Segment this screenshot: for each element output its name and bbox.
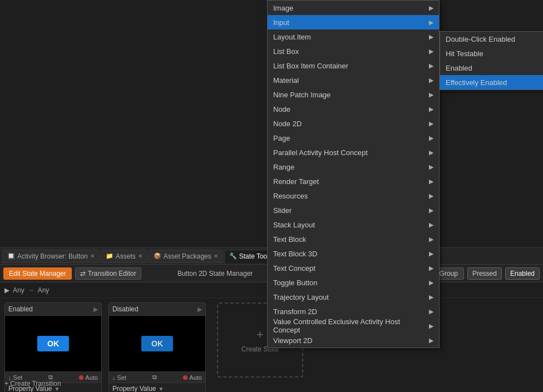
- dropdown-item-viewport-2d[interactable]: Viewport 2D ▶: [268, 333, 439, 348]
- dropdown-label-material: Material: [273, 76, 299, 85]
- submenu-arrow-toggle-button: ▶: [429, 279, 433, 286]
- submenu-arrow-slider: ▶: [429, 207, 433, 214]
- play-icon[interactable]: ▶: [4, 286, 9, 294]
- dropdown-item-trajectory-layout[interactable]: Trajectory Layout ▶: [268, 290, 439, 304]
- state-card-enabled: Enabled ▶ OK ↓ Set ⧉ Auto Property Value…: [4, 302, 102, 392]
- dropdown-item-render-target[interactable]: Render Target ▶: [268, 174, 439, 188]
- set-button-disabled[interactable]: ↓ Set: [112, 374, 126, 381]
- submenu-arrow-parallel: ▶: [429, 149, 433, 156]
- dropdown-label-parallel: Parallel Activity Host Concept: [273, 148, 368, 157]
- pressed-badge: Pressed: [467, 267, 502, 280]
- dropdown-item-layout-item[interactable]: Layout.Item ▶: [268, 29, 439, 44]
- dropdown-item-page[interactable]: Page ▶: [268, 131, 439, 145]
- transition-any-to: Any: [38, 286, 50, 294]
- submenu-arrow-node-2d: ▶: [429, 120, 433, 127]
- tab-icon-activity: 🔲: [7, 252, 15, 260]
- state-manager-title: Button 2D State Manager: [145, 270, 286, 277]
- dropdown-item-text-concept[interactable]: Text Concept ▶: [268, 261, 439, 275]
- auto-indicator-disabled: Auto: [183, 374, 202, 381]
- dropdown-item-resources[interactable]: Resources ▶: [268, 188, 439, 203]
- state-card-enabled-title: Enabled: [8, 305, 33, 313]
- dropdown-label-node-2d: Node 2D: [273, 120, 302, 128]
- state-card-disabled-play[interactable]: ▶: [198, 306, 202, 313]
- dropdown-label-image: Image: [273, 4, 293, 12]
- create-state-plus-icon: +: [256, 328, 264, 342]
- dropdown-item-slider[interactable]: Slider ▶: [268, 203, 439, 217]
- dropdown-label-stack-layout: Stack Layout: [273, 221, 315, 229]
- auto-dot-enabled: [79, 375, 83, 380]
- submenu-arrow-text-block: ▶: [429, 236, 433, 243]
- submenu-arrow-viewport-2d: ▶: [429, 337, 433, 344]
- submenu-arrow-material: ▶: [429, 77, 433, 84]
- tab-label-packages: Asset Packages: [164, 252, 211, 260]
- ok-button-disabled: OK: [141, 336, 173, 351]
- dropdown-label-slider: Slider: [273, 206, 292, 215]
- sub-item-double-click-enabled[interactable]: Double-Click Enabled: [440, 32, 543, 46]
- tab-activity-browser[interactable]: 🔲 Activity Browser: Button ✕: [2, 250, 100, 263]
- dropdown-item-input[interactable]: Input ▶: [268, 15, 439, 29]
- submenu-arrow-text-concept: ▶: [429, 265, 433, 272]
- state-card-disabled-footer: ↓ Set ⧉ Auto: [109, 371, 205, 383]
- tab-assets[interactable]: 📁 Assets ✕: [101, 250, 147, 263]
- dropdown-item-node[interactable]: Node ▶: [268, 102, 439, 116]
- sub-label-hit-testable: Hit Testable: [446, 49, 483, 58]
- auto-label-disabled: Auto: [189, 374, 202, 381]
- edit-state-manager-button[interactable]: Edit State Manager: [3, 267, 72, 280]
- submenu-arrow-trajectory-layout: ▶: [429, 294, 433, 301]
- dropdown-item-text-block[interactable]: Text Block ▶: [268, 232, 439, 246]
- state-card-disabled-header: Disabled ▶: [109, 303, 205, 316]
- copy-button-disabled[interactable]: ⧉: [152, 374, 157, 381]
- dropdown-label-text-block: Text Block: [273, 235, 306, 244]
- dropdown-label-page: Page: [273, 134, 290, 142]
- state-card-enabled-header: Enabled ▶: [5, 303, 101, 316]
- main-dropdown: Image ▶ Input ▶ Layout.Item ▶ List Box ▶…: [267, 0, 440, 348]
- state-card-disabled-title: Disabled: [112, 305, 139, 313]
- dropdown-item-material[interactable]: Material ▶: [268, 73, 439, 87]
- sub-item-hit-testable[interactable]: Hit Testable: [440, 46, 543, 61]
- state-card-enabled-play[interactable]: ▶: [93, 306, 98, 313]
- property-dropdown-disabled[interactable]: Property Value ▼: [112, 385, 164, 392]
- dropdown-container: Image ▶ Input ▶ Layout.Item ▶ List Box ▶…: [267, 0, 440, 348]
- ok-button-enabled: OK: [37, 336, 69, 351]
- dropdown-label-trajectory-layout: Trajectory Layout: [273, 293, 329, 301]
- dropdown-item-parallel[interactable]: Parallel Activity Host Concept ▶: [268, 145, 439, 160]
- dropdown-item-list-box[interactable]: List Box ▶: [268, 44, 439, 58]
- auto-indicator-enabled: Auto: [79, 374, 98, 381]
- tab-icon-assets: 📁: [106, 252, 113, 260]
- state-card-enabled-preview: OK: [5, 316, 101, 371]
- tab-close-activity[interactable]: ✕: [90, 253, 95, 259]
- submenu-arrow-input: ▶: [429, 19, 433, 26]
- tab-close-assets[interactable]: ✕: [138, 253, 142, 259]
- dropdown-item-stack-layout[interactable]: Stack Layout ▶: [268, 217, 439, 232]
- dropdown-item-nine-patch-image[interactable]: Nine Patch Image ▶: [268, 87, 439, 102]
- dropdown-item-toggle-button[interactable]: Toggle Button ▶: [268, 275, 439, 290]
- sub-item-enabled[interactable]: Enabled: [440, 61, 543, 75]
- sub-dropdown: Double-Click Enabled Hit Testable Enable…: [440, 31, 543, 90]
- dropdown-label-nine-patch-image: Nine Patch Image: [273, 91, 330, 99]
- dropdown-item-image[interactable]: Image ▶: [268, 1, 439, 15]
- dropdown-item-value-controlled[interactable]: Value Controlled Exclusive Activity Host…: [268, 319, 439, 333]
- tab-label-activity: Activity Browser: Button: [17, 252, 88, 260]
- dropdown-label-text-concept: Text Concept: [273, 264, 315, 272]
- transition-editor-button[interactable]: ⇄ Transition Editor: [75, 267, 141, 280]
- submenu-arrow-stack-layout: ▶: [429, 221, 433, 229]
- tab-close-packages[interactable]: ✕: [214, 253, 218, 259]
- create-transition-button[interactable]: + Create Transition: [4, 380, 61, 388]
- dropdown-item-text-block-3d[interactable]: Text Block 3D ▶: [268, 246, 439, 261]
- dropdown-label-render-target: Render Target: [273, 177, 319, 186]
- dropdown-label-input: Input: [273, 18, 289, 27]
- submenu-arrow-render-target: ▶: [429, 178, 433, 185]
- state-card-disabled-preview: OK: [109, 316, 205, 371]
- sub-label-effectively-enabled: Effectively Enabled: [446, 78, 507, 87]
- sub-item-effectively-enabled[interactable]: Effectively Enabled: [440, 75, 543, 90]
- dropdown-item-range[interactable]: Range ▶: [268, 160, 439, 174]
- dropdown-item-transform-2d[interactable]: Transform 2D ▶: [268, 304, 439, 319]
- tab-icon-packages: 📦: [154, 252, 161, 260]
- dropdown-label-toggle-button: Toggle Button: [273, 279, 318, 287]
- submenu-arrow-image: ▶: [429, 4, 433, 12]
- submenu-arrow-list-box-item-container: ▶: [429, 62, 433, 70]
- tab-icon-state-tools: 🔧: [229, 252, 237, 260]
- dropdown-item-list-box-item-container[interactable]: List Box Item Container ▶: [268, 58, 439, 73]
- dropdown-item-node-2d[interactable]: Node 2D ▶: [268, 116, 439, 131]
- tab-asset-packages[interactable]: 📦 Asset Packages ✕: [149, 250, 223, 263]
